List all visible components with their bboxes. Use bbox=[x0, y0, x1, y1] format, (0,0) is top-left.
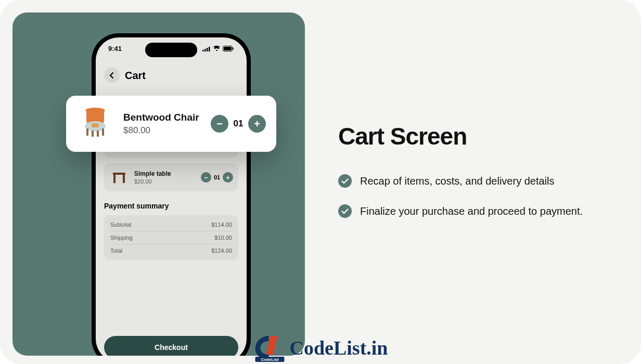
bullet-text: Finalize your purchase and proceed to pa… bbox=[360, 203, 583, 219]
right-content: Cart Screen Recap of items, costs, and d… bbox=[338, 122, 614, 219]
check-icon bbox=[338, 204, 352, 218]
chair-icon bbox=[77, 106, 113, 142]
increment-button[interactable]: + bbox=[223, 172, 233, 183]
svg-rect-18 bbox=[92, 131, 94, 137]
summary-row: Total $124.00 bbox=[110, 244, 232, 257]
quantity-value: 01 bbox=[213, 174, 221, 180]
check-icon bbox=[338, 174, 352, 188]
status-icons bbox=[202, 45, 234, 53]
bullet-item: Recap of items, costs, and delivery deta… bbox=[338, 173, 614, 189]
svg-rect-0 bbox=[202, 50, 204, 51]
item-info: Simple table $20.00 bbox=[134, 170, 196, 185]
slide-title: Cart Screen bbox=[338, 122, 614, 150]
brand-watermark: CodeList CodeList.in bbox=[253, 333, 388, 363]
item-info: Bentwood Chair $80.00 bbox=[123, 112, 201, 136]
summary-title: Payment summary bbox=[104, 202, 238, 210]
svg-rect-2 bbox=[207, 48, 208, 51]
summary-row: Shipping $10.00 bbox=[110, 231, 232, 244]
summary-value: $10.00 bbox=[214, 235, 232, 241]
brand-name: CodeList.in bbox=[290, 336, 388, 359]
item-name: Bentwood Chair bbox=[123, 112, 201, 123]
decrement-button[interactable]: − bbox=[201, 172, 211, 183]
quantity-stepper: − 01 + bbox=[211, 115, 266, 133]
svg-rect-20 bbox=[92, 123, 99, 127]
chevron-left-icon bbox=[109, 72, 114, 79]
status-time: 9:41 bbox=[108, 45, 122, 53]
back-button[interactable] bbox=[104, 68, 120, 83]
increment-button[interactable]: + bbox=[248, 115, 266, 133]
item-name: Simple table bbox=[134, 170, 196, 177]
summary-label: Subtotal bbox=[110, 222, 131, 228]
left-panel: 9:41 Cart bbox=[12, 12, 305, 356]
svg-rect-19 bbox=[97, 131, 99, 137]
summary-row: Subtotal $114.00 bbox=[110, 218, 232, 231]
quantity-value: 01 bbox=[233, 119, 244, 129]
summary-value: $124.00 bbox=[211, 248, 232, 254]
item-price: $80.00 bbox=[123, 125, 201, 136]
svg-rect-16 bbox=[86, 128, 88, 136]
quantity-stepper: − 01 + bbox=[201, 172, 233, 183]
item-price: $20.00 bbox=[134, 178, 196, 185]
screen-header: Cart bbox=[104, 68, 238, 83]
summary-label: Shipping bbox=[110, 235, 133, 241]
summary-box: Subtotal $114.00 Shipping $10.00 Total $… bbox=[104, 215, 238, 260]
cart-item[interactable]: Simple table $20.00 − 01 + bbox=[104, 163, 238, 191]
svg-text:CodeList: CodeList bbox=[261, 357, 279, 362]
svg-rect-3 bbox=[209, 47, 210, 51]
signal-icon bbox=[202, 46, 211, 51]
bullet-text: Recap of items, costs, and delivery deta… bbox=[360, 173, 555, 189]
slide-canvas: 9:41 Cart bbox=[0, 0, 641, 364]
summary-value: $114.00 bbox=[211, 222, 232, 228]
item-thumbnail bbox=[109, 167, 129, 187]
svg-rect-6 bbox=[233, 48, 234, 50]
item-thumbnail bbox=[76, 105, 114, 142]
svg-rect-17 bbox=[102, 128, 104, 136]
svg-rect-14 bbox=[123, 175, 125, 183]
svg-rect-1 bbox=[204, 49, 206, 51]
page-title: Cart bbox=[125, 70, 146, 82]
svg-rect-5 bbox=[224, 47, 232, 50]
svg-rect-13 bbox=[113, 175, 116, 183]
featured-cart-item: Bentwood Chair $80.00 − 01 + bbox=[66, 96, 276, 152]
battery-icon bbox=[223, 46, 234, 51]
brand-logo: CodeList bbox=[253, 333, 287, 363]
svg-rect-12 bbox=[113, 173, 125, 175]
phone-frame: 9:41 Cart bbox=[92, 33, 251, 356]
summary-label: Total bbox=[110, 248, 122, 254]
decrement-button[interactable]: − bbox=[211, 115, 228, 133]
wifi-icon bbox=[213, 46, 221, 51]
bullet-item: Finalize your purchase and proceed to pa… bbox=[338, 203, 614, 219]
phone-screen: 9:41 Cart bbox=[96, 37, 247, 356]
checkout-button[interactable]: Checkout bbox=[104, 336, 238, 356]
dynamic-island bbox=[145, 43, 197, 57]
table-icon bbox=[110, 168, 128, 186]
bullet-list: Recap of items, costs, and delivery deta… bbox=[338, 173, 614, 219]
